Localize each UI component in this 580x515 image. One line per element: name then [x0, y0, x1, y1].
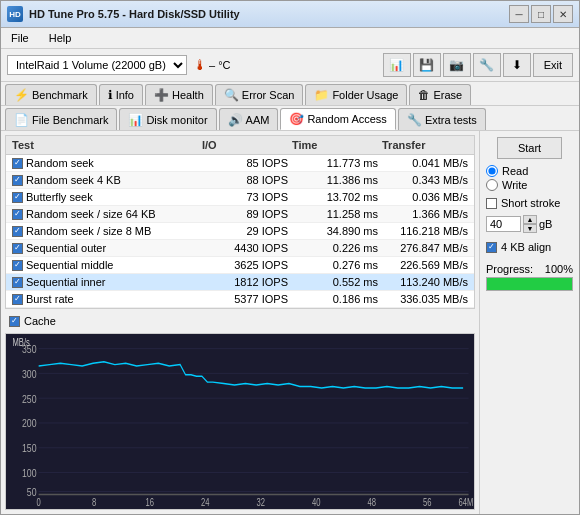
health-icon: ➕	[154, 88, 169, 102]
read-radio[interactable]	[486, 165, 498, 177]
row-name-cell: Random seek 4 KB	[10, 173, 200, 187]
toolbar: IntelRaid 1 Volume (22000 gB) 🌡 – °C 📊 💾…	[1, 49, 579, 82]
row-test-name: Random seek 4 KB	[26, 174, 121, 186]
row-test-name: Random seek / size 64 KB	[26, 208, 156, 220]
menu-file[interactable]: File	[5, 30, 35, 46]
tab-extra-tests[interactable]: 🔧 Extra tests	[398, 108, 486, 130]
col-io: I/O	[200, 138, 290, 152]
toolbar-info-icon[interactable]: 💾	[413, 53, 441, 77]
row-checkbox[interactable]	[12, 260, 23, 271]
svg-text:32: 32	[256, 497, 264, 508]
toolbar-folder-icon[interactable]: 🔧	[473, 53, 501, 77]
row-time-cell: 0.276 ms	[290, 258, 380, 272]
write-option[interactable]: Write	[486, 179, 573, 191]
row-checkbox[interactable]	[12, 209, 23, 220]
main-window: HD HD Tune Pro 5.75 - Hard Disk/SSD Util…	[0, 0, 580, 515]
maximize-button[interactable]: □	[531, 5, 551, 23]
tab-benchmark[interactable]: ⚡ Benchmark	[5, 84, 97, 105]
tabs-row-1: ⚡ Benchmark ℹ Info ➕ Health 🔍 Error Scan…	[1, 82, 579, 106]
temperature-display: 🌡 – °C	[193, 57, 231, 73]
drive-select[interactable]: IntelRaid 1 Volume (22000 gB)	[7, 55, 187, 75]
row-name-cell: Sequential middle	[10, 258, 200, 272]
table-row: Sequential outer 4430 IOPS 0.226 ms 276.…	[6, 240, 474, 257]
row-time-cell: 11.386 ms	[290, 173, 380, 187]
start-button[interactable]: Start	[497, 137, 562, 159]
table-row: Sequential inner 1812 IOPS 0.552 ms 113.…	[6, 274, 474, 291]
minimize-button[interactable]: ─	[509, 5, 529, 23]
aam-icon: 🔊	[228, 113, 243, 127]
row-time-cell: 0.552 ms	[290, 275, 380, 289]
svg-text:16: 16	[145, 497, 153, 508]
tab-disk-monitor-label: Disk monitor	[146, 114, 207, 126]
svg-text:24: 24	[201, 497, 209, 508]
error-scan-icon: 🔍	[224, 88, 239, 102]
align-option[interactable]: 4 KB align	[486, 241, 573, 253]
right-panel: Start Read Write Short stroke 40 ▲	[479, 131, 579, 514]
menu-help[interactable]: Help	[43, 30, 78, 46]
content-area: Test I/O Time Transfer Random seek 85 IO…	[1, 131, 579, 514]
tab-erase[interactable]: 🗑 Erase	[409, 84, 471, 105]
stroke-down-button[interactable]: ▼	[523, 224, 537, 233]
toolbar-benchmark-icon[interactable]: 📊	[383, 53, 411, 77]
toolbar-health-icon[interactable]: 📷	[443, 53, 471, 77]
write-radio[interactable]	[486, 179, 498, 191]
row-io-cell: 73 IOPS	[200, 190, 290, 204]
row-io-cell: 88 IOPS	[200, 173, 290, 187]
close-button[interactable]: ✕	[553, 5, 573, 23]
svg-text:0: 0	[37, 497, 41, 508]
row-transfer-cell: 1.366 MB/s	[380, 207, 470, 221]
progress-text: Progress:	[486, 263, 533, 275]
read-label: Read	[502, 165, 528, 177]
left-panel: Test I/O Time Transfer Random seek 85 IO…	[1, 131, 479, 514]
tab-aam[interactable]: 🔊 AAM	[219, 108, 279, 130]
row-transfer-cell: 226.569 MB/s	[380, 258, 470, 272]
row-io-cell: 85 IOPS	[200, 156, 290, 170]
row-time-cell: 0.186 ms	[290, 292, 380, 306]
table-row: Random seek 4 KB 88 IOPS 11.386 ms 0.343…	[6, 172, 474, 189]
tab-error-scan[interactable]: 🔍 Error Scan	[215, 84, 304, 105]
tab-health-label: Health	[172, 89, 204, 101]
read-option[interactable]: Read	[486, 165, 573, 177]
row-time-cell: 0.226 ms	[290, 241, 380, 255]
row-checkbox[interactable]	[12, 277, 23, 288]
row-checkbox[interactable]	[12, 294, 23, 305]
row-name-cell: Butterfly seek	[10, 190, 200, 204]
col-transfer: Transfer	[380, 138, 470, 152]
exit-button[interactable]: Exit	[533, 53, 573, 77]
row-io-cell: 5377 IOPS	[200, 292, 290, 306]
row-checkbox[interactable]	[12, 175, 23, 186]
stroke-value-input[interactable]: 40	[486, 216, 521, 232]
svg-text:MB/s: MB/s	[13, 337, 31, 348]
row-checkbox[interactable]	[12, 226, 23, 237]
temp-value: – °C	[209, 59, 231, 71]
toolbar-download-icon[interactable]: ⬇	[503, 53, 531, 77]
tab-health[interactable]: ➕ Health	[145, 84, 213, 105]
menu-bar: File Help	[1, 28, 579, 49]
stroke-unit: gB	[539, 218, 552, 230]
tab-info[interactable]: ℹ Info	[99, 84, 143, 105]
write-label: Write	[502, 179, 527, 191]
short-stroke-checkbox[interactable]	[486, 198, 497, 209]
tab-disk-monitor[interactable]: 📊 Disk monitor	[119, 108, 216, 130]
info-icon: ℹ	[108, 88, 113, 102]
row-name-cell: Random seek	[10, 156, 200, 170]
tab-folder-usage[interactable]: 📁 Folder Usage	[305, 84, 407, 105]
row-checkbox[interactable]	[12, 192, 23, 203]
tab-file-benchmark[interactable]: 📄 File Benchmark	[5, 108, 117, 130]
row-io-cell: 29 IOPS	[200, 224, 290, 238]
tab-random-access[interactable]: 🎯 Random Access	[280, 108, 395, 130]
align-checkbox[interactable]	[486, 242, 497, 253]
svg-text:100: 100	[22, 467, 37, 479]
row-io-cell: 1812 IOPS	[200, 275, 290, 289]
stroke-up-button[interactable]: ▲	[523, 215, 537, 224]
svg-text:64MB: 64MB	[459, 497, 474, 508]
short-stroke-option[interactable]: Short stroke	[486, 197, 573, 209]
tab-benchmark-label: Benchmark	[32, 89, 88, 101]
row-test-name: Sequential outer	[26, 242, 106, 254]
row-test-name: Butterfly seek	[26, 191, 93, 203]
row-checkbox[interactable]	[12, 243, 23, 254]
cache-checkbox[interactable]	[9, 316, 20, 327]
folder-usage-icon: 📁	[314, 88, 329, 102]
row-checkbox[interactable]	[12, 158, 23, 169]
stroke-spinners: ▲ ▼	[523, 215, 537, 233]
